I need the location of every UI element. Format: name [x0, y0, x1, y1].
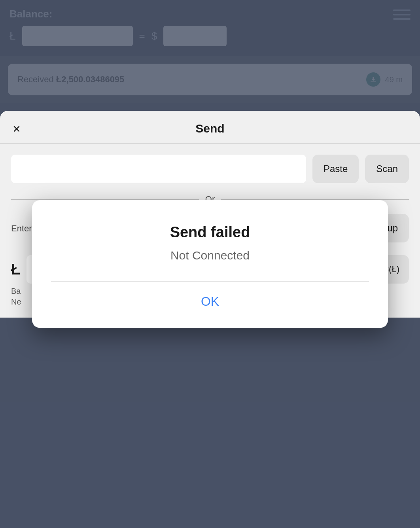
alert-divider: [51, 281, 369, 282]
alert-overlay: Send failed Not Connected OK: [0, 0, 420, 528]
alert-title: Send failed: [51, 224, 369, 241]
alert-message: Not Connected: [51, 249, 369, 262]
alert-dialog: Send failed Not Connected OK: [32, 200, 388, 328]
alert-ok-button[interactable]: OK: [201, 294, 219, 309]
